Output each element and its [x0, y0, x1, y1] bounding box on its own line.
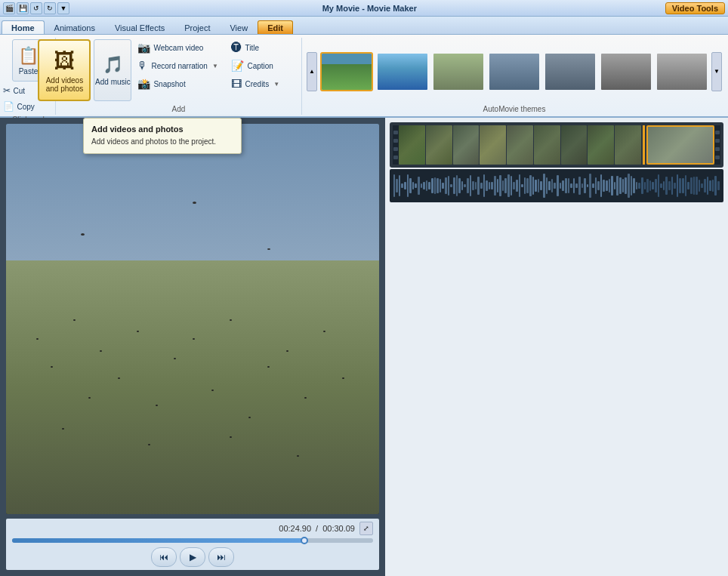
- film-frame-6[interactable]: [534, 125, 560, 165]
- tab-view[interactable]: View: [220, 20, 258, 34]
- time-display: 00:24.90 / 00:30.09 ⤢: [12, 522, 373, 535]
- webcam-button[interactable]: 📷 Webcam video: [134, 39, 225, 56]
- record-narration-button[interactable]: 🎙 Record narration ▼: [134, 57, 225, 74]
- tab-project[interactable]: Project: [174, 20, 220, 34]
- add-videos-button[interactable]: 🖼 Add videos and photos: [38, 39, 91, 101]
- film-sprocket-left: [393, 125, 399, 165]
- strip-scroll-up[interactable]: ▲: [307, 52, 317, 91]
- film-frame-5[interactable]: [507, 125, 533, 165]
- film-frame-1[interactable]: [399, 125, 425, 165]
- automovie-strip: ▲: [302, 38, 726, 105]
- left-panel: Add videos and photos Add videos and pho…: [0, 118, 385, 576]
- film-sprocket-right: [714, 125, 720, 165]
- time-separator: /: [316, 524, 318, 533]
- title-bar: 🎬 💾 ↺ ↻ ▼ My Movie - Movie Maker Video T…: [0, 0, 728, 17]
- quick-access-save[interactable]: 💾: [17, 2, 29, 14]
- music-icon: 🎵: [103, 55, 123, 75]
- film-frame-3[interactable]: [453, 125, 480, 165]
- progress-handle[interactable]: [301, 537, 308, 544]
- window-title: My Movie - Movie Maker: [74, 4, 665, 13]
- title-bar-icons: 🎬 💾 ↺ ↻ ▼: [3, 2, 69, 14]
- credits-label: Credits: [245, 80, 269, 88]
- theme-thumb-6[interactable]: [600, 52, 652, 91]
- copy-icon: 📄: [3, 101, 14, 112]
- playback-controls: ⏮ ▶ ⏭: [12, 547, 373, 567]
- tooltip-popup: Add videos and photos Add videos and pho…: [83, 118, 242, 154]
- strip-scroll-down[interactable]: ▼: [711, 52, 722, 91]
- snapshot-icon: 📸: [137, 78, 150, 90]
- cut-icon: ✂: [3, 85, 11, 96]
- caption-label: Caption: [247, 62, 273, 70]
- filmstrip-divider: [643, 125, 645, 165]
- forward-icon: ⏭: [217, 552, 226, 562]
- theme-thumb-3[interactable]: [432, 52, 485, 91]
- credits-icon: 🎞: [231, 78, 242, 90]
- film-frames-main: [399, 125, 641, 165]
- add-music-button[interactable]: 🎵 Add music: [94, 39, 131, 101]
- quick-access-undo[interactable]: ↺: [30, 2, 42, 14]
- tooltip-desc: Add videos and photos to the project.: [91, 137, 233, 147]
- audio-wave: [393, 172, 720, 199]
- film-frame-8[interactable]: [588, 125, 614, 165]
- film-frame-9[interactable]: [615, 125, 641, 165]
- snapshot-button[interactable]: 📸 Snapshot: [134, 75, 225, 92]
- webcam-label: Webcam video: [153, 44, 203, 52]
- main-content: Add videos and photos Add videos and pho…: [0, 118, 728, 576]
- tab-edit[interactable]: Edit: [258, 20, 293, 34]
- tab-home[interactable]: Home: [2, 20, 45, 34]
- title-label: Title: [245, 44, 259, 52]
- paste-label: Paste: [19, 67, 39, 75]
- app-icon: 🎬: [3, 2, 15, 14]
- narration-dropdown-arrow: ▼: [212, 63, 218, 69]
- film-frame-4[interactable]: [480, 125, 506, 165]
- add-videos-label: Add videos and photos: [42, 76, 86, 93]
- narration-label: Record narration: [151, 62, 207, 70]
- time-current: 00:24.90: [279, 524, 311, 533]
- filmstrip-audio: [390, 169, 723, 202]
- timeline-controls: 00:24.90 / 00:30.09 ⤢ ⏮ ▶ ⏭: [6, 519, 379, 570]
- video-preview: [6, 124, 379, 514]
- caption-icon: 📝: [231, 60, 244, 72]
- credits-dropdown-arrow: ▼: [273, 81, 279, 88]
- webcam-icon: 📷: [137, 42, 150, 54]
- time-total: 00:30.09: [322, 524, 355, 533]
- film-frame-7[interactable]: [561, 125, 588, 165]
- tab-animations[interactable]: Animations: [45, 20, 105, 34]
- birds-scene: [6, 124, 379, 514]
- copy-label: Copy: [17, 103, 34, 111]
- theme-thumb-4[interactable]: [488, 52, 541, 91]
- snapshot-label: Snapshot: [153, 80, 185, 88]
- quick-access-dropdown[interactable]: ▼: [57, 2, 69, 14]
- add-music-label: Add music: [95, 78, 131, 86]
- progress-fill: [12, 538, 304, 543]
- expand-button[interactable]: ⤢: [359, 522, 373, 535]
- theme-thumb-2[interactable]: [376, 52, 429, 91]
- add-right-buttons: 📷 Webcam video 🎙 Record narration ▼ 📸 Sn…: [134, 39, 225, 92]
- microphone-icon: 🎙: [137, 60, 148, 72]
- quick-access-redo[interactable]: ↻: [44, 2, 56, 14]
- ribbon: 📋 Paste ✂ Cut 📄 Copy Clipboard: [0, 35, 728, 118]
- right-panel: [385, 118, 728, 576]
- add-group-content: 🖼 Add videos and photos 🎵 Add music 📷 We…: [38, 39, 319, 103]
- rewind-button[interactable]: ⏮: [151, 547, 177, 567]
- theme-thumb-1[interactable]: [320, 52, 373, 91]
- play-icon: ▶: [190, 552, 196, 562]
- forward-button[interactable]: ⏭: [208, 547, 234, 567]
- add-group: 🖼 Add videos and photos 🎵 Add music 📷 We…: [56, 38, 302, 115]
- filmstrip-selected-segment[interactable]: [646, 125, 714, 165]
- theme-thumb-7[interactable]: [656, 52, 708, 91]
- ribbon-tabs: Home Animations Visual Effects Project V…: [0, 17, 728, 35]
- add-group-label: Add: [172, 103, 186, 113]
- progress-bar[interactable]: [12, 538, 373, 543]
- audio-wave-section: [393, 172, 720, 199]
- paste-icon: 📋: [18, 46, 39, 66]
- play-button[interactable]: ▶: [180, 547, 205, 567]
- theme-thumb-5[interactable]: [544, 52, 597, 91]
- title-icon: 🅣: [231, 42, 242, 54]
- tab-visual-effects[interactable]: Visual Effects: [105, 20, 174, 34]
- rewind-icon: ⏮: [159, 552, 168, 562]
- cut-label: Cut: [13, 87, 25, 95]
- automovie-section: ▲: [302, 38, 726, 115]
- film-frame-2[interactable]: [426, 125, 452, 165]
- ground-background: [6, 260, 379, 514]
